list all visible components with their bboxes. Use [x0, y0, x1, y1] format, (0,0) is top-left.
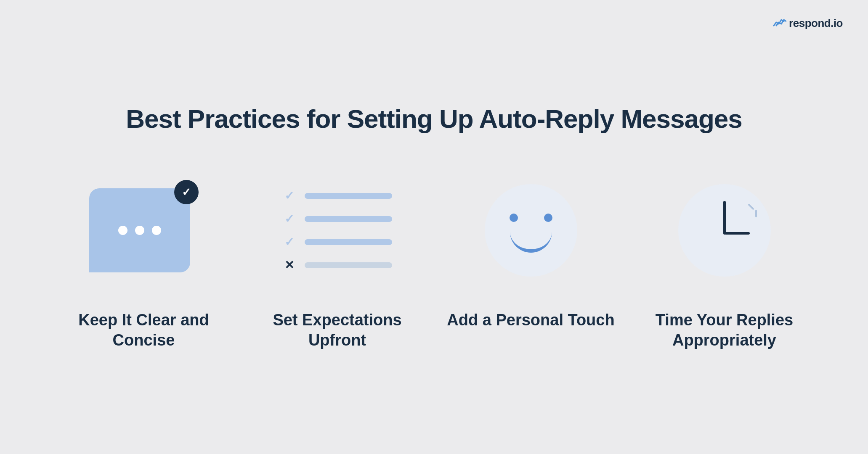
page-container: respond.io Best Practices for Setting Up…	[0, 0, 868, 454]
icon-area-smiley	[468, 172, 594, 289]
checklist-row-2: ✓	[283, 212, 392, 226]
smiley-eye-right	[544, 214, 552, 222]
check-bar-4	[305, 262, 392, 268]
card-keep-clear: ✓ Keep It Clear and Concise	[60, 172, 228, 350]
checklist-row-3: ✓	[283, 235, 392, 249]
check-bar-3	[305, 239, 392, 245]
smiley-icon	[485, 184, 577, 277]
card-personal-touch: Add a Personal Touch	[447, 172, 615, 330]
card-time-replies: Time Your Replies Appropriately	[640, 172, 809, 350]
clock-hand-horizontal	[725, 232, 750, 235]
card-label-set-expectations: Set Expectations Upfront	[253, 310, 422, 350]
check-bar-2	[305, 216, 392, 222]
clock-inner	[691, 197, 758, 264]
chat-bubble-icon: ✓	[89, 180, 199, 281]
check-symbol: ✓	[182, 186, 191, 199]
logo: respond.io	[773, 17, 843, 30]
check-sym-2: ✓	[283, 212, 296, 226]
clock-tick-2	[755, 210, 757, 217]
smiley-eye-left	[510, 214, 518, 222]
chat-dot-2	[135, 226, 144, 235]
logo-icon	[773, 18, 786, 29]
icon-area-chat: ✓	[81, 172, 207, 289]
checklist-row-4: ✕	[283, 258, 392, 272]
icon-area-clock	[661, 172, 788, 289]
card-set-expectations: ✓ ✓ ✓ ✕ Set E	[253, 172, 422, 350]
card-label-time-replies: Time Your Replies Appropriately	[640, 310, 809, 350]
cross-sym: ✕	[283, 258, 296, 272]
chat-bubble	[89, 188, 190, 272]
card-label-personal-touch: Add a Personal Touch	[447, 310, 614, 330]
check-sym-1: ✓	[283, 189, 296, 203]
check-bar-1	[305, 193, 392, 199]
check-sym-3: ✓	[283, 235, 296, 249]
chat-dot-1	[118, 226, 127, 235]
main-title: Best Practices for Setting Up Auto-Reply…	[126, 104, 742, 134]
card-label-keep-clear: Keep It Clear and Concise	[60, 310, 228, 350]
clock-tick-1	[748, 203, 754, 210]
icon-area-checklist: ✓ ✓ ✓ ✕	[274, 172, 401, 289]
smiley-mouth	[510, 232, 552, 253]
chat-dot-3	[152, 226, 161, 235]
checklist-icon: ✓ ✓ ✓ ✕	[283, 189, 392, 272]
smiley-inner	[491, 190, 571, 270]
cards-row: ✓ Keep It Clear and Concise ✓ ✓	[60, 172, 809, 350]
logo-text: respond.io	[789, 17, 843, 30]
clock-icon	[678, 184, 771, 277]
chat-checkmark: ✓	[174, 180, 199, 204]
checklist-row-1: ✓	[283, 189, 392, 203]
clock-hand-vertical	[723, 201, 726, 235]
